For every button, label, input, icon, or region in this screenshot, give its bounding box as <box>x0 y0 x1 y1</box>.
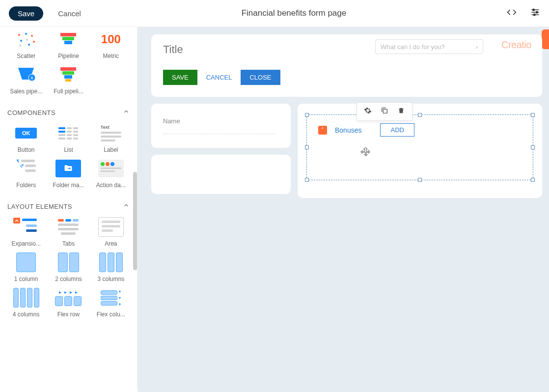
palette-label: 3 columns <box>97 276 124 282</box>
svg-rect-3 <box>60 33 76 36</box>
palette-label: Full pipeli... <box>54 88 83 95</box>
svg-rect-5 <box>64 41 72 44</box>
search-input-preview[interactable]: What can I do for you? › <box>375 39 483 54</box>
palette-label: 1 column <box>14 276 38 282</box>
name-input-underline <box>163 134 276 134</box>
svg-rect-4 <box>62 37 74 40</box>
palette-folders[interactable]: Folders <box>7 158 45 189</box>
resize-handle[interactable] <box>305 178 309 182</box>
svg-rect-10 <box>62 71 74 75</box>
palette-expansion-panel[interactable]: Expansio... <box>7 217 45 247</box>
svg-rect-11 <box>64 75 72 79</box>
bonuses-card[interactable]: ˄ Bonuses ADD <box>298 104 542 198</box>
palette-label: Scatter <box>17 53 35 59</box>
section-layout-header[interactable]: LAYOUT ELEMENTS <box>7 196 130 217</box>
add-button[interactable]: ADD <box>380 123 414 137</box>
name-field-card[interactable]: Name <box>151 104 291 148</box>
design-canvas[interactable]: Title What can I do for you? › Creatio S… <box>137 27 549 392</box>
code-icon[interactable] <box>507 7 517 19</box>
copy-icon[interactable] <box>381 107 388 116</box>
palette-label[interactable]: Text Label <box>92 123 130 153</box>
brand-logo: Creatio <box>501 39 531 51</box>
save-button[interactable]: Save <box>9 6 43 21</box>
palette-3-columns[interactable]: 3 columns <box>92 252 130 282</box>
resize-handle[interactable] <box>418 178 422 182</box>
palette-scatter[interactable]: Scatter <box>7 29 45 59</box>
svg-rect-17 <box>22 219 37 221</box>
palette-label: List <box>64 146 73 153</box>
palette-label: Folder ma... <box>53 182 84 189</box>
palette-label: Tabs <box>62 240 75 247</box>
palette-area[interactable]: Area <box>92 217 130 247</box>
palette-list[interactable]: List <box>50 123 87 153</box>
palette-label: Sales pipe... <box>10 88 42 95</box>
palette-4-columns[interactable]: 4 columns <box>7 287 45 318</box>
palette-metric[interactable]: 100 Metric <box>92 29 130 59</box>
svg-rect-19 <box>26 229 37 232</box>
palette-label: Button <box>18 146 35 153</box>
palette-label: Expansio... <box>11 240 40 247</box>
palette-label: Metric <box>103 53 119 59</box>
side-panel-toggle[interactable] <box>542 29 549 49</box>
svg-point-1 <box>536 11 538 13</box>
resize-handle[interactable] <box>305 113 309 117</box>
selection-toolbar <box>357 102 412 121</box>
svg-rect-13 <box>21 160 35 162</box>
chevron-up-icon <box>123 108 130 117</box>
palette-label: Folders <box>16 182 36 189</box>
header-card[interactable]: Title What can I do for you? › Creatio S… <box>151 34 542 97</box>
palette-sales-pipeline[interactable]: $ Sales pipe... <box>7 64 45 95</box>
palette-action-dashboard[interactable]: Action da... <box>92 158 130 189</box>
palette-flex-row[interactable]: ▸▸▸▸ Flex row <box>50 287 87 318</box>
svg-rect-18 <box>26 224 37 227</box>
cancel-button[interactable]: Cancel <box>58 9 81 18</box>
palette-pipeline[interactable]: Pipeline <box>50 29 87 59</box>
section-title: COMPONENTS <box>7 109 55 116</box>
palette-label: Pipeline <box>58 53 79 59</box>
palette-folder-management[interactable]: Folder ma... <box>50 158 87 189</box>
svg-text:$: $ <box>31 76 33 80</box>
svg-rect-20 <box>383 109 387 113</box>
chevron-up-icon <box>123 202 130 211</box>
form-save-button[interactable]: SAVE <box>163 70 197 85</box>
resize-handle[interactable] <box>531 113 535 117</box>
scrollbar-thumb[interactable] <box>133 172 137 270</box>
palette-label: 4 columns <box>13 311 40 318</box>
resize-handle[interactable] <box>305 145 309 149</box>
palette-full-pipeline[interactable]: Full pipeli... <box>50 64 87 95</box>
palette-2-columns[interactable]: 2 columns <box>50 252 87 282</box>
palette-label: Area <box>105 240 117 247</box>
svg-rect-12 <box>65 79 71 82</box>
svg-rect-9 <box>60 67 76 71</box>
name-label: Name <box>163 117 279 125</box>
search-placeholder: What can I do for you? <box>381 43 445 51</box>
settings-sliders-icon[interactable] <box>530 7 540 19</box>
form-cancel-button[interactable]: CANCEL <box>206 74 232 81</box>
resize-handle[interactable] <box>531 145 535 149</box>
empty-card[interactable] <box>151 155 291 194</box>
svg-point-2 <box>534 14 535 15</box>
palette-button[interactable]: OK Button <box>7 123 45 153</box>
bonuses-label[interactable]: Bonuses <box>335 126 361 134</box>
gear-icon[interactable] <box>364 107 372 116</box>
palette-tabs[interactable]: Tabs <box>50 217 87 247</box>
chevron-right-icon: › <box>476 43 478 51</box>
palette-label: Flex row <box>57 311 80 318</box>
palette-label: 2 columns <box>55 276 82 282</box>
palette-label: Flex colu... <box>97 311 125 318</box>
form-close-button[interactable]: CLOSE <box>241 70 280 85</box>
move-cursor-icon <box>360 147 371 160</box>
palette-label: Action da... <box>96 182 126 189</box>
svg-rect-14 <box>25 165 36 167</box>
palette-1-column[interactable]: 1 column <box>7 252 45 282</box>
section-title: LAYOUT ELEMENTS <box>7 203 72 210</box>
expand-toggle-icon[interactable]: ˄ <box>318 126 327 135</box>
trash-icon[interactable] <box>397 107 405 116</box>
palette-label-text: Label <box>104 146 118 153</box>
resize-handle[interactable] <box>531 178 535 182</box>
component-palette-sidebar: Scatter Pipeline 100 Metric $ Sales pipe… <box>0 27 137 388</box>
palette-flex-column[interactable]: ▾▾▾ Flex colu... <box>92 287 130 318</box>
section-components-header[interactable]: COMPONENTS <box>7 102 130 123</box>
resize-handle[interactable] <box>418 113 422 117</box>
designer-topbar: Save Cancel Financial benefits form page <box>0 0 549 27</box>
